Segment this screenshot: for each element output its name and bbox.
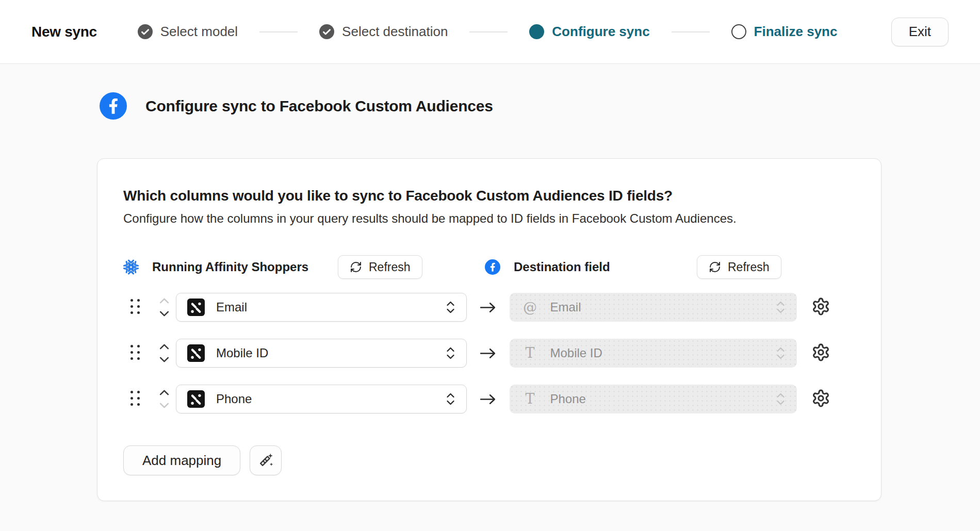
move-up-button[interactable]	[159, 389, 170, 396]
drag-handle-icon[interactable]	[130, 299, 140, 316]
select-caret-icon	[445, 391, 456, 407]
refresh-label: Refresh	[728, 260, 770, 274]
destination-refresh-button[interactable]: Refresh	[697, 255, 781, 279]
text-type-icon: T	[521, 344, 539, 362]
source-refresh-button[interactable]: Refresh	[338, 255, 422, 279]
step-label: Finalize sync	[754, 24, 838, 40]
refresh-label: Refresh	[369, 260, 411, 274]
mapping-row-phone: Phone T Phone	[123, 385, 855, 413]
mapping-card: Which columns would you like to sync to …	[97, 158, 881, 501]
mapping-settings-button[interactable]	[811, 343, 830, 362]
source-model-name: Running Affinity Shoppers	[152, 260, 308, 274]
page-heading: Configure sync to Facebook Custom Audien…	[100, 92, 980, 120]
drag-handle-icon[interactable]	[130, 345, 140, 361]
step-label: Configure sync	[552, 24, 649, 40]
move-down-button[interactable]	[159, 310, 170, 317]
step-label: Select destination	[342, 24, 448, 40]
check-circle-icon	[138, 24, 153, 39]
step-select-destination[interactable]: Select destination	[319, 24, 448, 40]
source-column-value: Mobile ID	[216, 346, 434, 360]
column-type-icon	[187, 390, 205, 408]
maps-to-arrow-icon	[467, 301, 510, 314]
select-caret-icon	[445, 300, 456, 315]
step-label: Select model	[160, 24, 238, 40]
reorder-controls	[152, 297, 176, 317]
mapping-settings-button[interactable]	[811, 389, 830, 408]
facebook-icon	[100, 92, 127, 120]
maps-to-arrow-icon	[467, 347, 510, 360]
move-down-button[interactable]	[159, 356, 170, 363]
select-caret-icon	[445, 345, 456, 361]
page-title: Configure sync to Facebook Custom Audien…	[145, 97, 493, 115]
facebook-icon	[485, 259, 500, 275]
text-type-icon: T	[521, 390, 539, 408]
step-finalize-sync[interactable]: Finalize sync	[731, 24, 838, 40]
column-type-icon	[187, 344, 205, 362]
move-up-button[interactable]	[159, 343, 170, 350]
destination-field-value: Phone	[550, 392, 764, 406]
move-up-button[interactable]	[159, 297, 170, 304]
mapping-row-email: Email @ Email	[123, 293, 855, 322]
source-column-value: Email	[216, 300, 434, 314]
refresh-icon	[709, 261, 721, 273]
select-caret-icon	[775, 391, 786, 407]
column-type-icon	[187, 298, 205, 316]
destination-field-value: Mobile ID	[550, 346, 764, 360]
wizard-title: New sync	[31, 24, 97, 40]
move-down-button[interactable]	[159, 402, 170, 409]
card-description: Configure how the columns in your query …	[123, 211, 855, 226]
drag-handle-icon[interactable]	[130, 391, 140, 407]
maps-to-arrow-icon	[467, 393, 510, 406]
step-connector	[259, 31, 298, 32]
destination-header: Destination field	[485, 255, 610, 279]
auto-map-button[interactable]	[250, 445, 282, 475]
check-circle-icon	[319, 24, 334, 39]
magic-wand-icon	[257, 452, 274, 469]
exit-button[interactable]: Exit	[891, 18, 949, 46]
email-type-icon: @	[521, 298, 539, 316]
select-caret-icon	[775, 300, 786, 315]
source-column-value: Phone	[216, 392, 434, 406]
step-connector	[672, 31, 710, 32]
empty-step-circle-icon	[731, 24, 746, 39]
reorder-controls	[152, 389, 176, 409]
gear-icon	[811, 343, 830, 362]
destination-field-select: T Mobile ID	[510, 339, 797, 368]
source-header: Running Affinity Shoppers	[123, 255, 308, 279]
mapping-settings-button[interactable]	[811, 297, 830, 316]
mapping-row-mobile-id: Mobile ID T Mobile ID	[123, 339, 855, 368]
mapping-rows: Email @ Email	[123, 293, 855, 413]
source-column-select[interactable]: Mobile ID	[176, 339, 467, 368]
wizard-stepper: Select model Select destination Configur…	[138, 24, 838, 40]
card-question: Which columns would you like to sync to …	[123, 188, 855, 204]
card-footer-actions: Add mapping	[123, 445, 855, 475]
current-step-dot-icon	[529, 24, 544, 39]
step-configure-sync[interactable]: Configure sync	[529, 24, 649, 40]
gear-icon	[811, 297, 830, 316]
destination-field-select: T Phone	[510, 385, 797, 413]
step-select-model[interactable]: Select model	[138, 24, 238, 40]
refresh-icon	[350, 261, 362, 273]
destination-field-label: Destination field	[514, 260, 610, 274]
reorder-controls	[152, 343, 176, 363]
columns-header: Running Affinity Shoppers Refresh Destin…	[123, 255, 855, 279]
gear-icon	[811, 389, 830, 408]
destination-field-select: @ Email	[510, 293, 797, 322]
snowflake-icon	[123, 259, 139, 275]
destination-field-value: Email	[550, 300, 764, 314]
step-connector	[469, 31, 508, 32]
source-column-select[interactable]: Phone	[176, 385, 467, 413]
select-caret-icon	[775, 345, 786, 361]
add-mapping-button[interactable]: Add mapping	[123, 445, 240, 475]
wizard-topbar: New sync Select model Select destination…	[0, 0, 980, 64]
source-column-select[interactable]: Email	[176, 293, 467, 322]
